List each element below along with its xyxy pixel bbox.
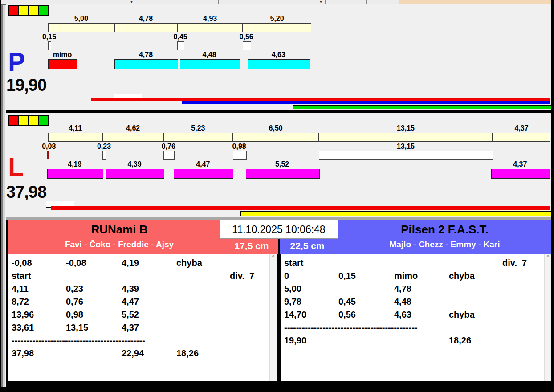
table-cell: 0,56	[338, 309, 356, 320]
right-jump-height: 22,5 cm	[285, 241, 330, 251]
overlay-bar	[293, 105, 551, 109]
dog-run-bar	[174, 169, 234, 179]
table-cell: 13,96	[12, 309, 34, 320]
left-team-name: RUNami B	[8, 223, 231, 236]
toolbar-separator	[325, 0, 326, 4]
table-cell: start	[12, 270, 31, 282]
left-table-scrollbar[interactable]: ^	[269, 254, 277, 381]
toolbar-separator	[134, 0, 134, 4]
split-time-label: 4,62	[102, 124, 163, 132]
dog-time-label: 4,63	[258, 51, 298, 59]
left-team-dogs: Favi - Čoko - Freddie - Ajsy	[8, 240, 231, 249]
dog-time-label: 4,19	[55, 160, 95, 168]
table-cell: 0,23	[66, 283, 83, 294]
table-cell: chyba	[449, 270, 475, 282]
lane-letter: L	[8, 154, 24, 180]
table-cell: mimo	[394, 270, 418, 282]
change-time-label: -0,08	[28, 143, 68, 151]
scroll-up-icon[interactable]: ^	[272, 254, 275, 260]
toolbar-separator	[174, 0, 174, 4]
table-cell: 22,94	[122, 347, 144, 359]
left-result-table[interactable]: -0,08-0,084,19chybastartdiv. 74,110,234,…	[8, 254, 269, 381]
overlay-bar	[51, 206, 550, 210]
right-result-table[interactable]: startdiv. 700,15mimochyba5,004,789,780,4…	[281, 254, 544, 381]
table-cell: 4,11	[12, 283, 29, 294]
change-time-label: 0,45	[160, 33, 200, 41]
table-cell: 4,37	[122, 322, 139, 333]
table-cell: 18,26	[449, 335, 471, 346]
change-time-label: 0,76	[148, 143, 188, 151]
dog-run-bar	[48, 59, 77, 69]
toolbar-right-block	[399, 0, 551, 4]
toolbar-separator	[218, 0, 219, 4]
table-cell: ----------------------------------------…	[12, 335, 145, 346]
right-table-scrollbar[interactable]: ^	[544, 254, 551, 381]
split-time-label: 4,37	[493, 124, 550, 132]
table-cell: 0,15	[338, 270, 356, 282]
change-marker	[319, 151, 494, 160]
division-label: div. 7	[502, 257, 527, 269]
split-time-label: 4,78	[114, 15, 178, 23]
traffic-light	[8, 115, 49, 126]
dog-time-label: 4,37	[500, 160, 540, 168]
split-segment	[319, 133, 493, 142]
lane-total: 19,90	[6, 77, 46, 94]
table-cell: 4,39	[122, 283, 139, 294]
change-time-label: 0,98	[219, 143, 259, 151]
table-cell: 18,26	[176, 347, 199, 359]
table-cell: 8,72	[12, 296, 29, 307]
split-time-label: 4,11	[48, 124, 102, 132]
dog-time-label: 5,52	[262, 160, 302, 168]
table-cell: 4,47	[122, 296, 139, 307]
table-cell: 33,61	[12, 322, 34, 333]
traffic-light	[8, 5, 49, 16]
split-segment	[48, 133, 102, 142]
split-segment	[48, 23, 114, 32]
split-segment	[233, 133, 319, 142]
toolbar-separator	[77, 0, 77, 4]
toolbar-separator	[254, 0, 254, 4]
split-time-label: 5,00	[48, 15, 114, 23]
change-marker	[102, 151, 106, 160]
split-time-label: 6,50	[233, 124, 319, 132]
dog-time-label: 4,78	[126, 51, 166, 59]
split-time-label: 4,93	[177, 15, 242, 23]
toolbar-separator	[278, 0, 278, 4]
table-cell: 13,15	[66, 322, 88, 333]
overlay-bar	[182, 101, 550, 104]
change-time-label: 13,15	[386, 143, 426, 151]
change-marker	[48, 41, 51, 50]
lane-letter: P	[8, 49, 25, 75]
table-cell: 4,19	[122, 257, 139, 269]
change-marker	[47, 151, 49, 159]
right-team-dogs: Majlo - Chezz - Emmy - Kari	[338, 240, 551, 249]
table-cell: 9,78	[284, 296, 301, 307]
table-cell: -0,08	[12, 257, 32, 269]
split-segment	[243, 23, 311, 32]
right-team-name: Pilsen 2 F.A.S.T.	[338, 223, 551, 236]
window-left-border	[0, 0, 6, 387]
table-cell: 0	[284, 270, 289, 282]
traffic-light-cell	[39, 6, 49, 15]
traffic-light-cell	[19, 6, 29, 15]
table-cell: chyba	[449, 309, 475, 320]
dog-run-bar	[248, 59, 310, 69]
table-cell: 0,98	[66, 309, 83, 320]
split-segment	[114, 23, 178, 32]
dog-time-label: mimo	[42, 51, 82, 59]
overlay-bar	[240, 211, 551, 216]
table-cell: start	[284, 257, 303, 269]
traffic-light-cell	[39, 116, 49, 125]
change-marker	[233, 151, 247, 160]
split-time-label: 5,20	[243, 15, 311, 23]
split-segment	[102, 133, 163, 142]
split-time-label: 5,23	[163, 124, 232, 132]
table-cell: -0,08	[66, 257, 86, 269]
scroll-up-icon[interactable]: ^	[546, 254, 550, 260]
split-segment	[493, 133, 550, 142]
table-cell: 0,45	[338, 296, 356, 307]
change-time-label: 0,56	[226, 33, 266, 41]
dog-time-label: 4,47	[183, 160, 223, 168]
dog-time-label: 4,48	[189, 51, 229, 59]
table-cell: 4,48	[394, 296, 411, 307]
